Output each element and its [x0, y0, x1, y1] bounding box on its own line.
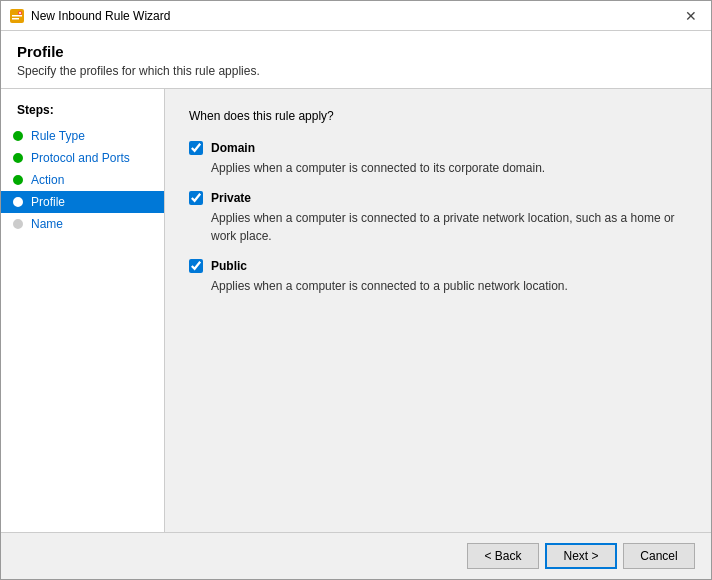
private-description: Applies when a computer is connected to … — [211, 209, 687, 245]
public-checkbox[interactable] — [189, 259, 203, 273]
steps-label: Steps: — [1, 99, 164, 125]
close-button[interactable]: ✕ — [679, 4, 703, 28]
sidebar-item-label: Protocol and Ports — [31, 151, 130, 165]
wizard-window: New Inbound Rule Wizard ✕ Profile Specif… — [0, 0, 712, 580]
footer: < Back Next > Cancel — [1, 532, 711, 579]
step-dot-profile — [13, 197, 23, 207]
question-text: When does this rule apply? — [189, 109, 687, 123]
step-dot-protocol-ports — [13, 153, 23, 163]
sidebar-item-label: Profile — [31, 195, 65, 209]
sidebar-item-label: Rule Type — [31, 129, 85, 143]
sidebar: Steps: Rule Type Protocol and Ports Acti… — [1, 89, 165, 532]
profile-option-public: Public Applies when a computer is connec… — [189, 259, 687, 295]
public-label: Public — [211, 259, 247, 273]
step-dot-name — [13, 219, 23, 229]
sidebar-item-label: Name — [31, 217, 63, 231]
app-icon — [9, 8, 25, 24]
back-button[interactable]: < Back — [467, 543, 539, 569]
sidebar-item-name[interactable]: Name — [1, 213, 164, 235]
private-label: Private — [211, 191, 251, 205]
sidebar-item-protocol-ports[interactable]: Protocol and Ports — [1, 147, 164, 169]
page-subtitle: Specify the profiles for which this rule… — [17, 64, 695, 78]
private-checkbox[interactable] — [189, 191, 203, 205]
sidebar-item-action[interactable]: Action — [1, 169, 164, 191]
domain-description: Applies when a computer is connected to … — [211, 159, 687, 177]
content-area: Steps: Rule Type Protocol and Ports Acti… — [1, 89, 711, 532]
page-header: Profile Specify the profiles for which t… — [1, 31, 711, 89]
profile-option-domain: Domain Applies when a computer is connec… — [189, 141, 687, 177]
page-title: Profile — [17, 43, 695, 60]
svg-rect-1 — [12, 15, 22, 17]
step-dot-rule-type — [13, 131, 23, 141]
next-button[interactable]: Next > — [545, 543, 617, 569]
sidebar-item-profile[interactable]: Profile — [1, 191, 164, 213]
profile-option-private: Private Applies when a computer is conne… — [189, 191, 687, 245]
sidebar-item-label: Action — [31, 173, 64, 187]
step-dot-action — [13, 175, 23, 185]
sidebar-item-rule-type[interactable]: Rule Type — [1, 125, 164, 147]
svg-point-4 — [19, 12, 21, 14]
domain-label: Domain — [211, 141, 255, 155]
domain-checkbox[interactable] — [189, 141, 203, 155]
window-title: New Inbound Rule Wizard — [31, 9, 679, 23]
svg-rect-2 — [12, 18, 19, 20]
main-content: When does this rule apply? Domain Applie… — [165, 89, 711, 532]
title-bar: New Inbound Rule Wizard ✕ — [1, 1, 711, 31]
public-description: Applies when a computer is connected to … — [211, 277, 687, 295]
cancel-button[interactable]: Cancel — [623, 543, 695, 569]
